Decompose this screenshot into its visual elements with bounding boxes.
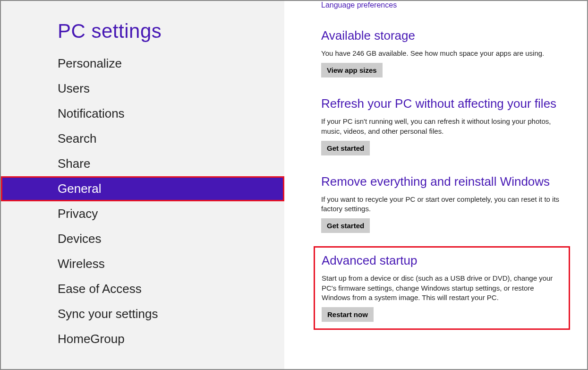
available-storage-section: Available storage You have 246 GB availa… [321,28,573,77]
sidebar-item-general[interactable]: General [1,176,284,201]
remove-everything-title: Remove everything and reinstall Windows [321,174,573,189]
refresh-pc-section: Refresh your PC without affecting your f… [321,96,573,155]
remove-everything-section: Remove everything and reinstall Windows … [321,174,573,233]
available-storage-description: You have 246 GB available. See how much … [321,49,573,58]
view-app-sizes-button[interactable]: View app sizes [321,63,383,77]
pc-settings-window: PC settings Personalize Users Notificati… [1,1,587,369]
sidebar-item-sync-settings[interactable]: Sync your settings [1,301,284,327]
refresh-pc-description: If your PC isn't running well, you can r… [321,117,573,136]
advanced-startup-title: Advanced startup [322,253,562,268]
remove-get-started-button[interactable]: Get started [321,218,370,233]
page-title: PC settings [1,1,284,51]
sidebar-item-wireless[interactable]: Wireless [1,251,284,276]
language-preferences-link[interactable]: Language preferences [321,1,397,9]
sidebar-item-personalize[interactable]: Personalize [1,51,284,76]
refresh-get-started-button[interactable]: Get started [321,141,370,155]
sidebar-item-privacy[interactable]: Privacy [1,201,284,226]
refresh-pc-title: Refresh your PC without affecting your f… [321,96,573,111]
sidebar-item-share[interactable]: Share [1,151,284,176]
remove-everything-description: If you want to recycle your PC or start … [321,195,573,214]
sidebar-item-homegroup[interactable]: HomeGroup [1,327,284,352]
advanced-startup-section: Advanced startup Start up from a device … [314,246,570,330]
available-storage-title: Available storage [321,28,573,43]
sidebar-item-search[interactable]: Search [1,126,284,151]
sidebar-item-notifications[interactable]: Notifications [1,101,284,126]
advanced-startup-description: Start up from a device or disc (such as … [322,274,562,302]
sidebar: PC settings Personalize Users Notificati… [1,1,284,369]
sidebar-item-devices[interactable]: Devices [1,226,284,251]
content-pane: Language preferences Available storage Y… [284,1,587,369]
sidebar-item-users[interactable]: Users [1,76,284,101]
sidebar-item-ease-of-access[interactable]: Ease of Access [1,276,284,301]
restart-now-button[interactable]: Restart now [322,307,374,322]
